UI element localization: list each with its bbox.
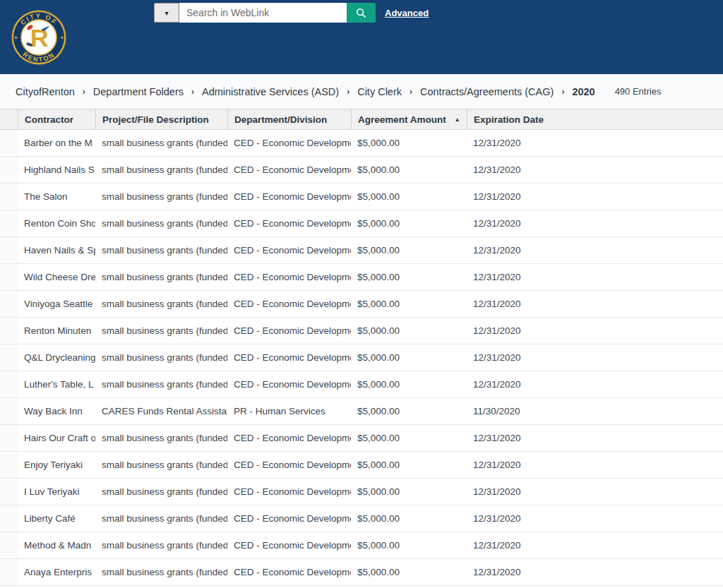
- amount-cell: $5,000.00: [351, 532, 467, 558]
- expiration-cell: 12/31/2020: [467, 130, 723, 156]
- amount-cell: $5,000.00: [351, 318, 467, 344]
- description-cell: small business grants (funded: [95, 344, 227, 371]
- expiration-cell: 12/31/2020: [467, 371, 723, 397]
- description-cell: small business grants (funded: [95, 425, 227, 451]
- contractor-cell: Enjoy Teriyaki: [18, 452, 95, 478]
- logo-diamond-left: ✦: [13, 35, 18, 41]
- amount-cell: $5,000.00: [351, 210, 467, 236]
- amount-cell: $5,000.00: [351, 157, 467, 183]
- description-cell: small business grants (funded: [95, 237, 227, 263]
- table-row[interactable]: Renton Minuten small business grants (fu…: [0, 318, 723, 344]
- breadcrumb-separator-icon: ›: [410, 87, 412, 97]
- row-gutter-cell: [0, 237, 18, 263]
- table-row[interactable]: Anaya Enterpris small business grants (f…: [0, 559, 723, 586]
- search-input[interactable]: [179, 3, 347, 23]
- search-scope-dropdown[interactable]: ▾: [154, 3, 179, 23]
- logo-monogram: R: [30, 23, 49, 52]
- contractor-cell: The Salon: [18, 184, 95, 210]
- department-cell: CED - Economic Developme: [227, 237, 351, 263]
- expiration-cell: 12/31/2020: [467, 425, 723, 451]
- expiration-cell: 12/31/2020: [467, 532, 723, 558]
- description-cell: small business grants (funded: [95, 559, 227, 585]
- row-gutter-cell: [0, 479, 18, 505]
- description-cell: small business grants (funded: [95, 130, 227, 156]
- breadcrumb-item[interactable]: CityofRenton: [16, 86, 75, 97]
- description-cell: small business grants (funded: [95, 371, 227, 397]
- table-row[interactable]: The Salon small business grants (funded …: [0, 184, 723, 210]
- table-row[interactable]: Barber on the M small business grants (f…: [0, 130, 723, 157]
- search-button[interactable]: [347, 3, 376, 23]
- amount-cell: $5,000.00: [351, 237, 467, 263]
- column-header[interactable]: [0, 109, 18, 129]
- row-gutter-cell: [0, 344, 18, 371]
- breadcrumb-group: City Clerk ›: [357, 86, 420, 97]
- entries-count: 490 Entries: [615, 86, 662, 97]
- description-cell: small business grants (funded: [95, 318, 227, 344]
- column-header-label: Expiration Date: [474, 114, 544, 125]
- breadcrumb-separator-icon: ›: [561, 87, 564, 97]
- department-cell: CED - Economic Developme: [227, 344, 351, 371]
- expiration-cell: 12/31/2020: [467, 157, 723, 183]
- table-row[interactable]: Renton Coin Sho small business grants (f…: [0, 210, 723, 237]
- table-header-row: Contractor Project/File Description Depa…: [0, 109, 723, 130]
- table-row[interactable]: Haven Nails & Sp small business grants (…: [0, 237, 723, 264]
- table-row[interactable]: Method & Madn small business grants (fun…: [0, 532, 723, 559]
- expiration-cell: 12/31/2020: [467, 318, 723, 344]
- table-row[interactable]: I Luv Teriyaki small business grants (fu…: [0, 479, 723, 505]
- breadcrumb-item[interactable]: Contracts/Agreements (CAG): [420, 86, 554, 97]
- breadcrumb-group: Administrative Services (ASD) ›: [202, 86, 357, 97]
- table-row[interactable]: Way Back Inn CARES Funds Rental Assistan…: [0, 398, 723, 425]
- description-cell: CARES Funds Rental Assistanc: [95, 398, 227, 424]
- advanced-search-link[interactable]: Advanced: [385, 8, 429, 18]
- logo-diamond-right: ✦: [59, 35, 64, 41]
- breadcrumb-item[interactable]: 2020: [572, 86, 594, 97]
- table-row[interactable]: Luther's Table, L small business grants …: [0, 371, 723, 398]
- contractor-cell: Luther's Table, L: [18, 371, 95, 397]
- row-gutter-cell: [0, 371, 18, 397]
- expiration-cell: 12/31/2020: [467, 291, 723, 317]
- department-cell: CED - Economic Developme: [227, 264, 351, 290]
- breadcrumb-item[interactable]: Department Folders: [93, 86, 184, 97]
- table-row[interactable]: Highland Nails S small business grants (…: [0, 157, 723, 184]
- row-gutter-cell: [0, 157, 18, 183]
- column-header-label: Agreement Amount: [358, 114, 446, 125]
- table-row[interactable]: Hairs Our Craft o small business grants …: [0, 425, 723, 452]
- description-cell: small business grants (funded: [95, 184, 227, 210]
- breadcrumb-item[interactable]: Administrative Services (ASD): [202, 86, 339, 97]
- department-cell: CED - Economic Developme: [227, 505, 351, 532]
- table-row[interactable]: Wild Cheese Dre small business grants (f…: [0, 264, 723, 291]
- table-row[interactable]: Viniyoga Seattle small business grants (…: [0, 291, 723, 318]
- table-row[interactable]: Q&L Drycleaning small business grants (f…: [0, 344, 723, 371]
- amount-cell: $5,000.00: [351, 425, 467, 451]
- column-header-label: Department/Division: [234, 114, 327, 125]
- search-icon: [355, 7, 367, 19]
- breadcrumb-group: CityofRenton ›: [16, 86, 93, 97]
- breadcrumb-separator-icon: ›: [83, 87, 85, 97]
- row-gutter-cell: [0, 505, 18, 532]
- breadcrumb-item[interactable]: City Clerk: [357, 86, 402, 97]
- contractor-cell: Q&L Drycleaning: [18, 344, 95, 371]
- city-of-renton-logo[interactable]: CITY OF RENTON ✦ ✦ R: [6, 5, 71, 70]
- column-header[interactable]: Expiration Date: [467, 109, 723, 129]
- row-gutter-cell: [0, 318, 18, 344]
- table-row[interactable]: Enjoy Teriyaki small business grants (fu…: [0, 452, 723, 479]
- column-header[interactable]: Project/File Description: [95, 109, 227, 129]
- description-cell: small business grants (funded: [95, 505, 227, 532]
- expiration-cell: 12/31/2020: [467, 479, 723, 505]
- column-header[interactable]: Contractor: [18, 109, 95, 129]
- expiration-cell: 12/31/2020: [467, 452, 723, 478]
- row-gutter-cell: [0, 264, 18, 290]
- contractor-cell: Method & Madn: [18, 532, 95, 558]
- breadcrumb: CityofRenton › Department Folders › Admi…: [16, 86, 595, 97]
- search-bar: ▾ Advanced: [154, 3, 429, 23]
- amount-cell: $5,000.00: [351, 184, 467, 210]
- table-row[interactable]: Liberty Café small business grants (fund…: [0, 505, 723, 532]
- department-cell: CED - Economic Developme: [227, 425, 351, 451]
- expiration-cell: 12/31/2020: [467, 344, 723, 371]
- column-header[interactable]: Department/Division: [227, 109, 351, 129]
- expiration-cell: 12/31/2020: [467, 264, 723, 290]
- column-header[interactable]: Agreement Amount ▲: [351, 109, 467, 129]
- contractor-cell: Renton Coin Sho: [18, 210, 95, 236]
- amount-cell: $5,000.00: [351, 479, 467, 505]
- description-cell: small business grants (funded: [95, 479, 227, 505]
